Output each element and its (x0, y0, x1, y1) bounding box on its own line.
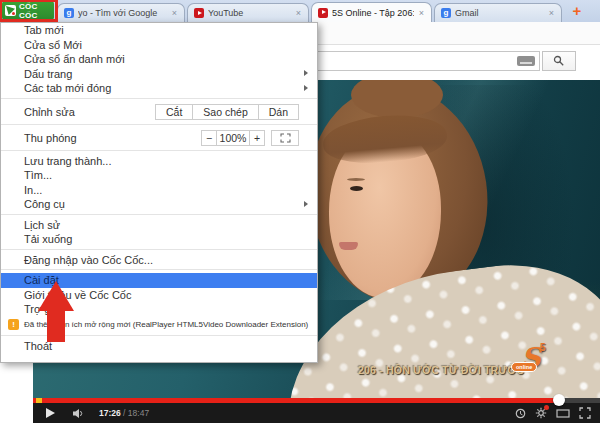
menu-item-downloads[interactable]: Tải xuống (1, 232, 317, 247)
logo-online-badge: online (511, 362, 537, 372)
logo-five: 5 (540, 342, 546, 353)
close-icon[interactable]: × (171, 8, 178, 18)
fullscreen-button[interactable] (579, 407, 591, 419)
theater-mode-icon (556, 408, 570, 419)
volume-button[interactable] (72, 408, 86, 419)
menu-item-settings[interactable]: Cài đặt (1, 273, 317, 288)
menu-separator (1, 124, 317, 125)
volume-icon (72, 408, 86, 419)
time-display: 17:26 / 18:47 (99, 408, 149, 418)
warning-icon: ! (8, 319, 19, 330)
s5-online-logo: S 5 online (515, 346, 555, 380)
magnifier-icon (553, 55, 565, 67)
menu-item-zoom: Thu phóng − 100% + (1, 128, 317, 148)
zoom-level-value: 100% (216, 130, 250, 146)
youtube-favicon (194, 8, 204, 18)
menu-item-label: Thu phóng (24, 132, 77, 144)
tab-label: YouTube (208, 8, 291, 18)
tab-label: 5S Online - Tập 206: Hôn (332, 8, 414, 18)
coccoc-button-label: CỐC CỐC (19, 2, 51, 20)
menu-separator (1, 335, 317, 336)
menu-item-new-window[interactable]: Cửa sổ Mới (1, 38, 317, 53)
menu-item-about[interactable]: Giới thiệu về Cốc Cốc (1, 288, 317, 303)
tab-label: Gmail (455, 8, 544, 18)
menu-item-new-incognito-window[interactable]: Cửa sổ ẩn danh mới (1, 52, 317, 67)
play-button[interactable] (46, 408, 55, 418)
menu-item-tools[interactable]: Công cụ (1, 197, 317, 212)
close-icon[interactable]: × (295, 8, 302, 18)
zoom-out-button[interactable]: − (201, 130, 217, 146)
menu-item-print[interactable]: In... (1, 183, 317, 198)
actress-eyebrow (347, 178, 365, 181)
browser-window: 206 - HÔN ƯỚC TỪ ĐỜI TRƯỚC S 5 online 17… (0, 0, 600, 423)
submenu-arrow-icon (304, 201, 308, 207)
menu-item-history[interactable]: Lịch sử (1, 218, 317, 233)
watch-later-icon (515, 408, 526, 419)
theater-mode-button[interactable] (556, 408, 570, 419)
menu-item-bookmarks[interactable]: Dấu trang (1, 67, 317, 82)
fullscreen-menu-button[interactable] (271, 130, 299, 146)
tab-5s-online-active[interactable]: 5S Online - Tập 206: Hôn × (311, 2, 432, 22)
submenu-arrow-icon (304, 70, 308, 76)
menu-item-exit[interactable]: Thoát (1, 339, 317, 354)
menu-item-sign-in[interactable]: Đăng nhập vào Cốc Cốc... (1, 253, 317, 268)
tab-youtube[interactable]: YouTube × (187, 3, 309, 22)
menu-item-find[interactable]: Tìm... (1, 168, 317, 183)
menu-separator (1, 98, 317, 99)
tab-google-search[interactable]: g yo - Tìm với Google × (57, 3, 185, 22)
keyboard-icon[interactable] (517, 56, 535, 66)
menu-item-label: Chỉnh sửa (24, 106, 75, 118)
paste-button[interactable]: Dán (258, 104, 299, 120)
new-tab-button[interactable]: + (566, 2, 588, 20)
coccoc-menu-button[interactable]: CỐC CỐC (2, 1, 54, 20)
fullscreen-icon (280, 133, 291, 143)
actress-eye (350, 186, 363, 191)
cut-button[interactable]: Cắt (155, 104, 193, 120)
search-button[interactable] (542, 51, 576, 71)
menu-item-edit: Chỉnh sửa Cắt Sao chép Dán (1, 102, 317, 122)
time-separator: / (121, 408, 128, 418)
google-favicon: g (441, 8, 451, 18)
menu-separator (1, 269, 317, 270)
fullscreen-icon (579, 407, 591, 419)
menu-item-label: Công cụ (24, 198, 65, 210)
settings-button[interactable] (535, 407, 547, 419)
tab-label: yo - Tìm với Google (78, 8, 167, 18)
menu-item-label: Các tab mới đóng (24, 82, 111, 94)
menu-item-recent-tabs[interactable]: Các tab mới đóng (1, 81, 317, 96)
player-control-bar: 17:26 / 18:47 (33, 403, 600, 423)
current-time: 17:26 (99, 408, 121, 418)
zoom-in-button[interactable]: + (249, 130, 265, 146)
tab-gmail[interactable]: g Gmail × (434, 3, 562, 22)
close-icon[interactable]: × (418, 8, 425, 18)
menu-separator (1, 214, 317, 215)
duration: 18:47 (128, 408, 149, 418)
menu-item-extension-notice[interactable]: ! Đã thêm tiện ích mở rộng mới (RealPlay… (1, 317, 317, 333)
submenu-arrow-icon (304, 85, 308, 91)
google-favicon: g (64, 8, 74, 18)
menu-item-new-tab[interactable]: Tab mới (1, 23, 317, 38)
watch-later-button[interactable] (515, 408, 526, 419)
menu-item-label: Đã thêm tiện ích mở rộng mới (RealPlayer… (24, 320, 308, 329)
menu-item-save-page-as[interactable]: Lưu trang thành... (1, 154, 317, 169)
menu-separator (1, 150, 317, 151)
copy-button[interactable]: Sao chép (192, 104, 258, 120)
coccoc-logo-icon (5, 5, 16, 16)
settings-badge (544, 405, 549, 410)
menu-item-help[interactable]: Trợ giúp (1, 302, 317, 317)
coccoc-dropdown-menu: Tab mới Cửa sổ Mới Cửa sổ ẩn danh mới Dấ… (0, 22, 318, 363)
tab-bar: g yo - Tìm với Google × YouTube × 5S Onl… (0, 0, 600, 22)
close-icon[interactable]: × (548, 8, 555, 18)
episode-title-overlay: 206 - HÔN ƯỚC TỪ ĐỜI TRƯỚC (358, 364, 524, 376)
menu-separator (1, 249, 317, 250)
actress-mouth (339, 242, 358, 250)
youtube-favicon (318, 8, 328, 18)
menu-item-label: Dấu trang (24, 68, 72, 80)
